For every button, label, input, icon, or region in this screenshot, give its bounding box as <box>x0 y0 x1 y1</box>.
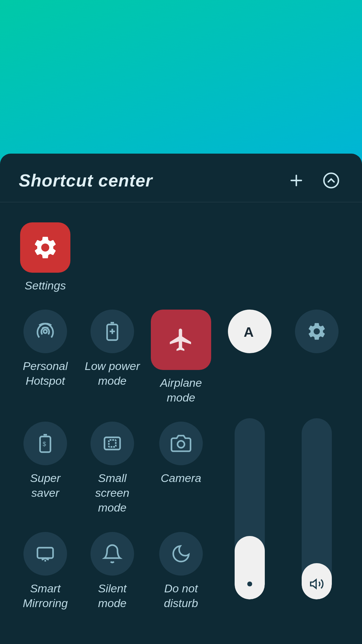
shortcut-camera[interactable]: Camera <box>147 415 215 522</box>
shortcut-super-saver[interactable]: $ Super saver <box>13 415 77 522</box>
camera-icon <box>159 422 203 465</box>
svg-point-14 <box>178 441 185 448</box>
mirror-icon <box>23 532 67 576</box>
add-shortcut-button[interactable] <box>284 168 308 193</box>
camera-label: Camera <box>161 471 201 485</box>
bell-icon <box>90 532 134 576</box>
settings-icon <box>20 222 70 273</box>
shortcut-low-power[interactable]: Low power mode <box>80 303 144 412</box>
super-saver-label: Super saver <box>17 471 74 500</box>
shortcut-personal-hotspot[interactable]: Personal Hotspot <box>13 303 77 412</box>
hotspot-icon <box>23 310 67 353</box>
hotspot-label: Personal Hotspot <box>17 359 74 388</box>
do-not-disturb-label: Do not disturb <box>151 581 211 610</box>
font-size-button[interactable]: A <box>228 310 272 353</box>
shortcut-small-screen[interactable]: Small screen mode <box>80 415 144 522</box>
smart-mirroring-label: Smart Mirroring <box>17 581 74 610</box>
svg-marker-16 <box>311 580 316 588</box>
svg-point-15 <box>247 582 252 587</box>
svg-rect-13 <box>109 440 116 447</box>
moon-icon <box>159 532 203 576</box>
volume-slider[interactable] <box>302 418 332 599</box>
svg-point-3 <box>44 330 47 333</box>
svg-point-2 <box>324 173 338 187</box>
shortcut-do-not-disturb[interactable]: Do not disturb <box>147 525 215 617</box>
brightness-icon <box>240 574 260 594</box>
airplane-icon <box>151 310 211 370</box>
font-size-control[interactable]: A <box>218 303 282 412</box>
empty-cell-r1c2 <box>80 216 144 300</box>
airplane-label: Airplane mode <box>151 375 211 405</box>
small-screen-icon <box>90 422 134 465</box>
panel-actions <box>284 168 343 193</box>
shortcut-panel: Shortcut center <box>0 154 362 644</box>
small-screen-label: Small screen mode <box>84 471 141 515</box>
empty-cell-r1c3 <box>147 216 215 300</box>
silent-mode-label: Silent mode <box>84 581 141 610</box>
low-power-icon <box>90 310 134 353</box>
quick-gear-icon <box>295 310 339 353</box>
volume-icon <box>307 574 327 594</box>
empty-cell-r1c5 <box>285 216 349 300</box>
panel-header: Shortcut center <box>0 154 362 202</box>
panel-title: Shortcut center <box>19 170 153 191</box>
svg-text:A: A <box>244 324 254 339</box>
svg-text:$: $ <box>43 441 46 447</box>
collapse-button[interactable] <box>319 168 343 193</box>
shortcut-silent-mode[interactable]: Silent mode <box>80 525 144 617</box>
empty-cell-r1c4 <box>218 216 282 300</box>
shortcut-smart-mirroring[interactable]: Smart Mirroring <box>13 525 77 617</box>
settings-label: Settings <box>25 278 66 293</box>
low-power-label: Low power mode <box>84 359 141 388</box>
super-saver-icon: $ <box>23 422 67 465</box>
volume-slider-container <box>285 415 349 617</box>
brightness-slider-container <box>218 415 282 617</box>
shortcut-airplane-mode[interactable]: Airplane mode <box>147 303 215 412</box>
svg-rect-17 <box>38 548 53 558</box>
shortcut-settings[interactable]: Settings <box>13 216 77 300</box>
quick-settings-button[interactable] <box>285 303 349 412</box>
brightness-slider[interactable] <box>235 418 265 599</box>
